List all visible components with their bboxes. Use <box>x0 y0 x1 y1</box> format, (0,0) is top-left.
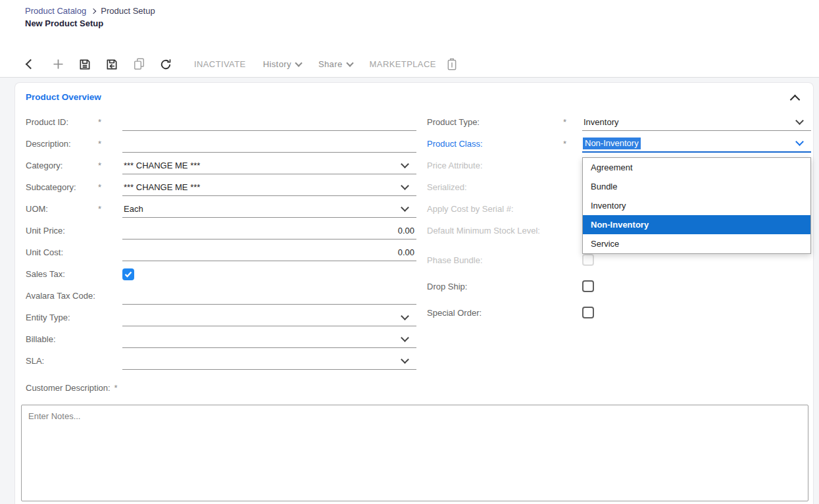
category-select[interactable]: *** CHANGE ME *** <box>122 157 416 174</box>
share-menu[interactable]: Share <box>318 59 353 69</box>
uom-row: UOM: * Each <box>26 198 416 220</box>
dropdown-option-service[interactable]: Service <box>583 234 810 253</box>
add-button[interactable] <box>51 57 65 72</box>
breadcrumb-link-product-catalog[interactable]: Product Catalog <box>25 6 86 16</box>
save-button[interactable] <box>78 57 92 72</box>
field-label: Special Order: <box>427 308 563 318</box>
history-menu[interactable]: History <box>263 59 301 69</box>
field-label: Apply Cost by Serial #: <box>427 204 563 214</box>
field-label: Customer Description: <box>26 383 111 393</box>
breadcrumb: Product Catalog Product Setup <box>25 6 155 16</box>
description-input[interactable] <box>122 136 416 153</box>
field-label: UOM: <box>26 204 96 214</box>
form-column-right: Product Type: * Inventory Product Class:… <box>427 111 811 372</box>
subcategory-row: Subcategory: * *** CHANGE ME *** <box>26 176 416 198</box>
chevron-down-icon <box>401 182 409 190</box>
required-asterisk: * <box>96 204 122 214</box>
field-label: Price Attribute: <box>427 161 563 170</box>
field-label: Sales Tax: <box>26 269 96 279</box>
plus-icon <box>53 59 64 70</box>
billable-select[interactable] <box>122 331 416 348</box>
required-asterisk: * <box>563 117 582 127</box>
unit-cost-row: Unit Cost: 0.00 <box>26 241 416 263</box>
entity-type-row: Entity Type: <box>26 307 416 328</box>
unit-cost-input[interactable]: 0.00 <box>122 244 416 261</box>
copy-button[interactable] <box>132 57 146 72</box>
required-asterisk: * <box>96 161 122 170</box>
chevron-down-icon <box>401 160 409 168</box>
chevron-up-icon <box>790 94 801 105</box>
back-button[interactable] <box>24 57 38 72</box>
back-icon <box>25 59 36 70</box>
chevron-down-icon <box>401 355 409 364</box>
subcategory-select[interactable]: *** CHANGE ME *** <box>122 179 416 196</box>
save-and-close-button[interactable] <box>105 57 119 72</box>
trash-icon <box>446 57 458 71</box>
dropdown-option-non-inventory[interactable]: Non-Inventory <box>583 215 810 234</box>
chevron-down-icon <box>401 203 409 212</box>
save-close-icon <box>105 58 118 71</box>
form-column-left: Product ID: * Description: * Category: *… <box>26 111 416 372</box>
sla-select[interactable] <box>122 353 416 370</box>
marketplace-button[interactable]: MARKETPLACE <box>370 59 436 69</box>
product-type-select[interactable]: Inventory <box>582 114 811 131</box>
product-overview-panel: Product Overview Product ID: * Descripti… <box>14 82 814 504</box>
phase-bundle-checkbox <box>582 254 594 266</box>
field-label: Subcategory: <box>26 182 96 192</box>
required-asterisk: * <box>96 182 122 192</box>
customer-description-label-row: Customer Description: * <box>15 378 813 397</box>
breadcrumb-current: Product Setup <box>101 6 155 16</box>
uom-select[interactable]: Each <box>122 201 416 218</box>
drop-ship-checkbox[interactable] <box>582 280 594 292</box>
unit-price-input[interactable]: 0.00 <box>122 222 416 239</box>
required-asterisk: * <box>114 383 118 393</box>
product-class-row: Product Class: * Non-Inventory <box>427 133 811 155</box>
field-label: Serialized: <box>427 182 563 192</box>
product-id-input[interactable] <box>122 114 416 131</box>
panel-header: Product Overview <box>15 83 813 111</box>
toolbar: INACTIVATE History Share MARKETPLACE <box>0 51 819 78</box>
chevron-down-icon <box>401 334 409 342</box>
inactivate-button[interactable]: INACTIVATE <box>194 59 246 69</box>
chevron-down-icon <box>295 59 302 66</box>
special-order-checkbox[interactable] <box>582 307 594 318</box>
field-label: Product ID: <box>26 117 96 127</box>
special-order-row: Special Order: <box>427 299 811 326</box>
section-title: Product Overview <box>26 92 101 102</box>
field-label: Description: <box>26 139 96 149</box>
dropdown-option-inventory[interactable]: Inventory <box>583 196 810 215</box>
dropdown-option-agreement[interactable]: Agreement <box>583 158 810 177</box>
product-class-select[interactable]: Non-Inventory <box>582 135 811 153</box>
sales-tax-checkbox[interactable] <box>122 268 134 280</box>
collapse-section-button[interactable] <box>791 91 799 103</box>
chevron-down-icon <box>795 138 804 146</box>
product-class-dropdown: Agreement Bundle Inventory Non-Inventory… <box>582 157 811 254</box>
field-label: Entity Type: <box>26 313 96 322</box>
page-title: New Product Setup <box>25 18 103 28</box>
history-label: History <box>263 59 291 69</box>
sla-row: SLA: <box>26 350 416 372</box>
chevron-down-icon <box>401 312 409 320</box>
refresh-button[interactable] <box>159 57 173 72</box>
field-label: Billable: <box>26 334 96 344</box>
share-label: Share <box>318 59 343 69</box>
required-asterisk: * <box>96 117 122 127</box>
unit-price-row: Unit Price: 0.00 <box>26 220 416 241</box>
billable-row: Billable: <box>26 328 416 350</box>
field-label: Drop Ship: <box>427 282 563 291</box>
avalara-tax-code-input[interactable] <box>122 288 416 305</box>
field-label: Unit Cost: <box>26 247 96 257</box>
category-row: Category: * *** CHANGE ME *** <box>26 155 416 176</box>
field-label: Default Minimum Stock Level: <box>427 226 563 236</box>
field-label: Product Type: <box>427 117 563 127</box>
description-row: Description: * <box>26 133 416 155</box>
field-label: Avalara Tax Code: <box>26 291 96 301</box>
field-label: SLA: <box>26 356 96 366</box>
form-columns: Product ID: * Description: * Category: *… <box>15 111 813 372</box>
dropdown-option-bundle[interactable]: Bundle <box>583 177 810 196</box>
customer-description-textarea[interactable] <box>21 405 808 501</box>
save-icon <box>78 58 91 71</box>
entity-type-select[interactable] <box>122 309 416 326</box>
delete-button[interactable] <box>445 57 459 72</box>
drop-ship-row: Drop Ship: <box>427 273 811 299</box>
